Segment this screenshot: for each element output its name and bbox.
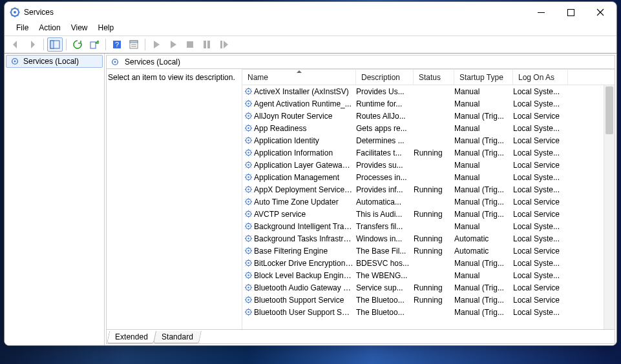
col-startup-type[interactable]: Startup Type (454, 70, 513, 85)
table-row[interactable]: Bluetooth User Support Ser...The Bluetoo… (242, 306, 615, 318)
table-row[interactable]: Bluetooth Audio Gateway S...Service sup.… (242, 281, 615, 294)
table-row[interactable]: Block Level Backup Engine ...The WBENG..… (242, 269, 615, 281)
cell-description: Processes in... (356, 173, 414, 182)
back-button[interactable] (8, 37, 23, 52)
col-description[interactable]: Description (356, 70, 414, 85)
gear-icon (242, 222, 254, 230)
svg-point-49 (247, 274, 249, 276)
menu-view[interactable]: View (66, 22, 93, 34)
svg-point-19 (247, 90, 249, 92)
start-service-button[interactable] (149, 37, 164, 52)
gear-icon (242, 87, 254, 96)
cell-logon: Local Service (513, 136, 568, 145)
cell-name: Application Identity (254, 136, 356, 145)
table-row[interactable]: Base Filtering EngineThe Base Fil...Runn… (242, 245, 615, 257)
cell-name: Background Intelligent Tran... (254, 222, 356, 231)
list-body[interactable]: ActiveX Installer (AxInstSV)Provides Us.… (242, 85, 615, 329)
svg-rect-12 (207, 41, 210, 48)
cell-startup: Manual (454, 124, 513, 133)
forward-button[interactable] (25, 37, 40, 52)
gear-icon (10, 57, 19, 66)
nav-services-local[interactable]: Services (Local) (6, 55, 103, 68)
minimize-button[interactable] (526, 3, 556, 22)
cell-startup: Manual (Trig... (454, 136, 513, 145)
cell-startup: Manual (Trig... (454, 259, 513, 268)
table-row[interactable]: Application InformationFacilitates t...R… (242, 147, 615, 159)
svg-point-35 (247, 188, 249, 190)
column-headers: Name Description Status Startup Type Log… (242, 70, 615, 85)
menu-help[interactable]: Help (93, 22, 120, 34)
gear-icon (242, 259, 254, 267)
pause-service-button[interactable] (199, 37, 215, 52)
svg-rect-4 (50, 41, 54, 48)
table-row[interactable]: Background Tasks Infrastruc...Windows in… (242, 232, 615, 245)
cell-logon: Local Syste... (513, 99, 568, 108)
cell-name: AppX Deployment Service (... (254, 185, 356, 194)
gear-icon (242, 136, 254, 145)
cell-logon: Local Syste... (513, 173, 568, 182)
table-row[interactable]: Agent Activation Runtime_...Runtime for.… (242, 97, 615, 110)
cell-description: The Bluetoo... (356, 296, 414, 305)
table-row[interactable]: Application IdentityDetermines ...Manual… (242, 134, 615, 147)
table-row[interactable]: App ReadinessGets apps re...ManualLocal … (242, 122, 615, 134)
export-list-button[interactable] (87, 37, 102, 52)
tab-standard[interactable]: Standard (153, 331, 202, 343)
menu-file[interactable]: File (11, 22, 34, 34)
maximize-button[interactable] (556, 3, 585, 22)
cell-startup: Manual (454, 87, 513, 96)
table-row[interactable]: Application ManagementProcesses in...Man… (242, 171, 615, 183)
gear-icon (242, 271, 254, 279)
menu-action[interactable]: Action (34, 22, 65, 34)
cell-name: Bluetooth User Support Ser... (254, 308, 356, 317)
col-status[interactable]: Status (414, 70, 454, 85)
col-log-on-as[interactable]: Log On As (513, 70, 568, 85)
gear-icon (242, 308, 254, 316)
table-row[interactable]: ActiveX Installer (AxInstSV)Provides Us.… (242, 85, 615, 97)
table-row[interactable]: Auto Time Zone UpdaterAutomatica...Manua… (242, 196, 615, 208)
vertical-scrollbar[interactable] (604, 85, 615, 329)
scrollbar-thumb[interactable] (605, 86, 613, 134)
table-row[interactable]: AllJoyn Router ServiceRoutes AllJo...Man… (242, 110, 615, 122)
gear-icon (242, 296, 254, 304)
svg-point-41 (247, 225, 249, 227)
services-app-icon (10, 7, 20, 17)
cell-startup: Manual (Trig... (454, 210, 513, 219)
stop-service-button[interactable] (182, 37, 198, 52)
tab-extended[interactable]: Extended (107, 331, 156, 343)
svg-rect-10 (187, 41, 193, 48)
close-button[interactable] (585, 3, 615, 22)
svg-point-27 (247, 139, 249, 141)
help-button[interactable]: ? (109, 37, 125, 52)
table-row[interactable]: BitLocker Drive Encryption ...BDESVC hos… (242, 257, 615, 269)
svg-point-15 (14, 61, 16, 63)
table-row[interactable]: Background Intelligent Tran...Transfers … (242, 220, 615, 232)
tab-strip: Extended Standard (106, 330, 615, 344)
refresh-button[interactable] (70, 37, 85, 52)
cell-startup: Automatic (454, 234, 513, 243)
table-row[interactable]: AppX Deployment Service (...Provides inf… (242, 183, 615, 196)
gear-icon (242, 99, 254, 108)
table-row[interactable]: AVCTP serviceThis is Audi...RunningManua… (242, 208, 615, 220)
svg-text:?: ? (115, 41, 119, 48)
titlebar: Services (5, 2, 616, 23)
toolbar-separator (66, 39, 67, 50)
properties-button[interactable] (126, 37, 142, 52)
table-row[interactable]: Application Layer Gateway ...Provides su… (242, 159, 615, 171)
svg-point-1 (14, 11, 16, 14)
cell-description: Routes AllJo... (356, 112, 414, 121)
svg-rect-11 (204, 41, 206, 48)
start-service-button-2[interactable] (165, 37, 181, 52)
cell-name: Bluetooth Support Service (254, 296, 356, 305)
cell-logon: Local Service (513, 247, 568, 256)
description-prompt: Select an item to view its description. (108, 73, 235, 82)
table-row[interactable]: Bluetooth Support ServiceThe Bluetoo...R… (242, 294, 615, 306)
cell-logon: Local Syste... (513, 148, 568, 157)
cell-name: AllJoyn Router Service (254, 112, 356, 121)
show-hide-tree-button[interactable] (47, 37, 63, 52)
col-name[interactable]: Name (242, 70, 356, 85)
svg-point-51 (247, 287, 249, 288)
cell-name: Base Filtering Engine (254, 247, 356, 256)
restart-service-button[interactable] (216, 37, 231, 52)
toolbar-separator (43, 39, 44, 50)
toolbar-separator (145, 39, 145, 50)
